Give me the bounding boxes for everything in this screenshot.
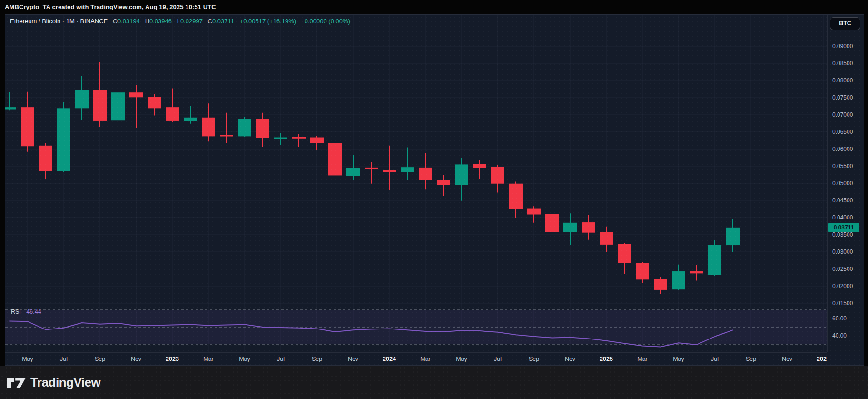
time-axis-year-label: 2023 <box>166 356 179 362</box>
candle-body[interactable] <box>220 135 233 136</box>
candle-body[interactable] <box>365 168 378 169</box>
candle-body[interactable] <box>166 107 179 121</box>
candle-body[interactable] <box>328 143 342 176</box>
symbol-legend[interactable]: Ethereum / Bitcoin · 1M · BINANCE O0.031… <box>10 18 350 25</box>
candle-body[interactable] <box>455 164 468 185</box>
candle-body[interactable] <box>726 228 740 245</box>
time-axis-month-label: Mar <box>203 356 214 362</box>
candle-body[interactable] <box>600 232 613 245</box>
price-axis-label: 0.07000 <box>832 111 853 119</box>
candle-body[interactable] <box>582 222 595 233</box>
candle-body[interactable] <box>672 271 685 289</box>
candle-body[interactable] <box>401 167 414 172</box>
currency-toggle-button[interactable]: BTC <box>830 17 860 30</box>
time-axis-month-label: Sep <box>95 356 105 362</box>
candle-body[interactable] <box>292 137 306 139</box>
time-axis-month-label: Sep <box>746 356 756 362</box>
time-axis-month-label: Jul <box>60 356 68 362</box>
candle-body[interactable] <box>545 214 559 232</box>
time-axis-month-label: Jul <box>494 356 502 362</box>
high-value: 0.03946 <box>149 18 172 25</box>
time-axis-month-label: May <box>22 356 33 362</box>
candle-body[interactable] <box>690 271 703 273</box>
candle-body[interactable] <box>93 90 107 121</box>
candle-body[interactable] <box>310 138 324 143</box>
time-axis-month-label: Nov <box>131 356 141 362</box>
candle-body[interactable] <box>473 164 486 168</box>
candle-body[interactable] <box>75 90 89 108</box>
candle-body[interactable] <box>39 146 52 171</box>
time-axis-month-label: Jul <box>277 356 285 362</box>
candle-body[interactable] <box>238 119 251 137</box>
price-axis-label: 0.08000 <box>832 77 853 84</box>
price-axis-label: 0.06500 <box>832 128 853 136</box>
candle-body[interactable] <box>636 263 649 280</box>
symbol-title[interactable]: Ethereum / Bitcoin <box>10 18 60 25</box>
candle-body[interactable] <box>527 209 541 215</box>
low-value: 0.02997 <box>180 18 203 25</box>
rsi-axis-label: 60.00 <box>832 315 847 322</box>
exchange-label: BINANCE <box>80 18 108 25</box>
pane-separator[interactable] <box>5 306 827 306</box>
tradingview-logo[interactable]: TradingView <box>7 375 100 390</box>
legend-separator-1: · <box>62 18 64 25</box>
candle-body[interactable] <box>148 97 161 109</box>
interval-label[interactable]: 1M <box>66 18 75 25</box>
candle-body[interactable] <box>5 107 16 109</box>
candle-body[interactable] <box>491 167 504 183</box>
time-axis-year-label: 2025 <box>600 356 613 362</box>
time-axis-month-label: Nov <box>348 356 358 362</box>
candle-body[interactable] <box>509 184 523 209</box>
price-axis-label: 0.03000 <box>832 248 853 256</box>
candle-body[interactable] <box>256 119 269 138</box>
candle-body[interactable] <box>184 118 197 121</box>
time-axis-month-label: May <box>239 356 250 362</box>
legend-separator-2: · <box>77 18 79 25</box>
candle-body[interactable] <box>419 168 432 180</box>
price-axis-label: 0.05000 <box>832 180 853 187</box>
candle-body[interactable] <box>129 92 143 97</box>
open-letter: O <box>113 18 118 25</box>
time-axis-month-label: May <box>673 356 684 362</box>
candle-body[interactable] <box>618 244 631 263</box>
change-value: +0.00517 (+16.19%) <box>240 18 296 25</box>
candle-body[interactable] <box>708 245 721 275</box>
time-axis-month-label: May <box>456 356 467 362</box>
close-value: 0.03711 <box>212 18 234 25</box>
price-axis-label: 0.09000 <box>832 42 853 50</box>
time-axis-month-label: Mar <box>420 356 431 362</box>
time-axis-month-label: Mar <box>637 356 648 362</box>
time-axis-year-label: 2024 <box>383 356 396 362</box>
candle-body[interactable] <box>274 138 287 139</box>
top-attribution-bar: AMBCrypto_TA created with TradingView.co… <box>0 0 868 14</box>
candle-body[interactable] <box>57 108 70 171</box>
time-axis-month-label: Sep <box>312 356 322 362</box>
price-axis[interactable]: 0.090000.085000.080000.075000.070000.065… <box>827 15 864 352</box>
price-axis-label: 0.04500 <box>832 197 853 204</box>
last-price-label: 0.03711 <box>828 223 859 232</box>
time-axis-month-label: Sep <box>529 356 539 362</box>
price-axis-label: 0.02000 <box>832 282 853 290</box>
candle-body[interactable] <box>111 92 125 120</box>
tradingview-logo-icon <box>7 376 26 389</box>
candle-body[interactable] <box>202 118 215 137</box>
time-axis-month-label: Nov <box>782 356 792 362</box>
secondary-change-value: 0.00000 (0.00%) <box>305 18 350 25</box>
rsi-legend[interactable]: RSI 46.44 <box>11 309 41 315</box>
candle-body[interactable] <box>437 180 450 185</box>
price-axis-label: 0.04000 <box>832 214 853 221</box>
price-axis-label: 0.05500 <box>832 162 853 170</box>
candle-body[interactable] <box>654 279 667 290</box>
time-axis[interactable]: MayJulSepNov2023MarMayJulSepNov2024MarMa… <box>5 352 827 366</box>
footer-bar: TradingView <box>0 366 868 399</box>
candle-body[interactable] <box>383 170 396 172</box>
chart-plot-area[interactable] <box>5 15 827 366</box>
candle-body[interactable] <box>563 223 577 232</box>
time-axis-month-label: Nov <box>565 356 575 362</box>
close-letter: C <box>208 18 212 25</box>
candle-body[interactable] <box>346 168 360 176</box>
candle-body[interactable] <box>21 107 34 146</box>
rsi-value: 46.44 <box>26 309 41 315</box>
price-axis-label: 0.01500 <box>832 299 853 307</box>
tradingview-logo-text: TradingView <box>30 375 100 390</box>
